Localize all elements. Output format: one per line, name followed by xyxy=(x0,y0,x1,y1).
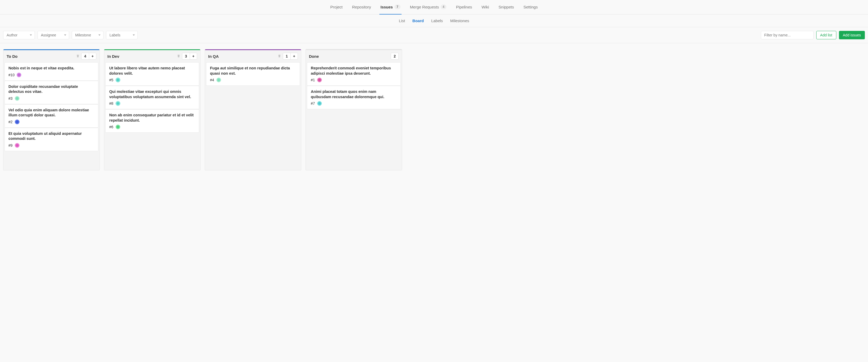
issue-card[interactable]: Vel odio quia enim aliquam dolore molest… xyxy=(4,104,98,128)
nav-item-label: Snippets xyxy=(499,5,514,9)
issue-id: #5 xyxy=(109,78,114,82)
labels-dropdown[interactable]: Labels xyxy=(106,31,138,39)
nav-item-pipelines[interactable]: Pipelines xyxy=(455,0,473,14)
issue-meta: #2 xyxy=(8,120,94,124)
nav-item-wiki[interactable]: Wiki xyxy=(480,0,490,14)
issue-meta: #5 xyxy=(109,78,195,82)
nav-item-label: Merge Requests xyxy=(410,5,439,9)
list-cards: Nobis est in neque et vitae expedita.#10… xyxy=(3,62,99,153)
list-cards: Reprehenderit commodi eveniet temporibus… xyxy=(306,62,402,111)
issue-title: Fuga aut similique et non repudiandae di… xyxy=(210,66,296,76)
nav-item-label: Issues xyxy=(380,5,393,9)
search-input[interactable] xyxy=(761,31,814,39)
list-cards: Ut labore libero vitae autem nemo placea… xyxy=(104,62,200,135)
author-dropdown[interactable]: Author xyxy=(3,31,35,39)
issue-title: Ut labore libero vitae autem nemo placea… xyxy=(109,66,195,76)
board-list: In QA1+Fuga aut similique et non repudia… xyxy=(205,49,301,171)
nav-secondary: ListBoardLabelsMilestones xyxy=(0,14,868,27)
nav-item-badge: 7 xyxy=(395,4,401,9)
issue-id: #4 xyxy=(210,78,214,82)
nav-item-snippets[interactable]: Snippets xyxy=(498,0,515,14)
assignee-avatar xyxy=(216,78,221,82)
subnav-item-milestones[interactable]: Milestones xyxy=(451,19,469,23)
list-header: In Dev3+ xyxy=(104,50,200,62)
nav-item-badge: 4 xyxy=(441,4,447,9)
assignee-avatar xyxy=(317,101,322,106)
nav-primary: ProjectRepositoryIssues7Merge Requests4P… xyxy=(0,0,868,14)
board-list: In Dev3+Ut labore libero vitae autem nem… xyxy=(104,49,200,171)
nav-item-project[interactable]: Project xyxy=(329,0,344,14)
issue-title: Et quia voluptatum ut aliquid aspernatur… xyxy=(8,131,94,142)
assignee-avatar xyxy=(15,96,20,101)
subnav-item-list[interactable]: List xyxy=(399,19,405,23)
issue-meta: #7 xyxy=(311,101,397,106)
nav-item-label: Settings xyxy=(523,5,538,9)
board-list: Done2Reprehenderit commodi eveniet tempo… xyxy=(306,49,402,171)
issue-title: Reprehenderit commodi eveniet temporibus… xyxy=(311,66,397,76)
assignee-avatar xyxy=(116,78,120,82)
nav-item-label: Project xyxy=(330,5,343,9)
list-title: In Dev xyxy=(107,54,177,59)
issue-card[interactable]: Non ab enim consequatur pariatur et id e… xyxy=(105,109,199,133)
trash-icon[interactable] xyxy=(76,54,80,59)
issue-meta: #6 xyxy=(109,124,195,129)
list-header: To Do4+ xyxy=(3,50,99,62)
list-title: In QA xyxy=(208,54,278,59)
issue-id: #2 xyxy=(8,120,13,124)
list-count-box: 4+ xyxy=(81,53,96,60)
issue-card[interactable]: Qui molestiae vitae excepturi qui omnis … xyxy=(105,86,199,109)
issue-id: #6 xyxy=(109,125,114,129)
issue-card[interactable]: Ut labore libero vitae autem nemo placea… xyxy=(105,62,199,86)
issue-id: #9 xyxy=(8,143,13,148)
issue-meta: #4 xyxy=(210,78,296,82)
subnav-item-labels[interactable]: Labels xyxy=(431,19,443,23)
assignee-avatar xyxy=(15,120,20,124)
issue-card[interactable]: Fuga aut similique et non repudiandae di… xyxy=(206,62,300,86)
issue-title: Dolor cupiditate recusandae voluptate de… xyxy=(8,84,94,94)
issue-card[interactable]: Animi placeat totam quos enim nam quibus… xyxy=(307,86,401,109)
list-count: 1 xyxy=(283,53,290,59)
add-card-button[interactable]: + xyxy=(190,53,197,59)
issue-card[interactable]: Et quia voluptatum ut aliquid aspernatur… xyxy=(4,128,98,151)
nav-item-settings[interactable]: Settings xyxy=(522,0,539,14)
nav-item-label: Repository xyxy=(352,5,371,9)
board-list: To Do4+Nobis est in neque et vitae exped… xyxy=(3,49,100,171)
list-count-box: 1+ xyxy=(283,53,298,60)
list-header: Done2 xyxy=(306,50,402,62)
list-count: 3 xyxy=(182,53,190,59)
trash-icon[interactable] xyxy=(278,54,281,59)
nav-item-label: Pipelines xyxy=(456,5,472,9)
list-count: 4 xyxy=(82,53,89,59)
nav-item-merge-requests[interactable]: Merge Requests4 xyxy=(409,0,448,14)
issue-meta: #3 xyxy=(8,96,94,101)
issue-meta: #8 xyxy=(109,101,195,106)
milestone-dropdown[interactable]: Milestone xyxy=(72,31,103,39)
board: To Do4+Nobis est in neque et vitae exped… xyxy=(0,43,868,176)
add-list-button[interactable]: Add list xyxy=(816,31,836,39)
issue-id: #8 xyxy=(109,101,114,105)
list-title: Done xyxy=(309,54,391,59)
issue-title: Animi placeat totam quos enim nam quibus… xyxy=(311,89,397,99)
add-card-button[interactable]: + xyxy=(89,53,96,59)
issue-card[interactable]: Nobis est in neque et vitae expedita.#10 xyxy=(4,62,98,81)
nav-item-label: Wiki xyxy=(482,5,489,9)
trash-icon[interactable] xyxy=(177,54,181,59)
issue-card[interactable]: Dolor cupiditate recusandae voluptate de… xyxy=(4,81,98,104)
list-cards: Fuga aut similique et non repudiandae di… xyxy=(205,62,301,88)
filter-bar: Author Assignee Milestone Labels Add lis… xyxy=(0,27,868,43)
nav-item-issues[interactable]: Issues7 xyxy=(379,0,401,14)
add-card-button[interactable]: + xyxy=(290,53,298,59)
subnav-item-board[interactable]: Board xyxy=(412,19,424,23)
nav-item-repository[interactable]: Repository xyxy=(351,0,372,14)
add-issues-button[interactable]: Add issues xyxy=(839,31,865,39)
issue-title: Qui molestiae vitae excepturi qui omnis … xyxy=(109,89,195,99)
assignee-avatar xyxy=(116,124,120,129)
issue-id: #1 xyxy=(311,78,315,82)
assignee-avatar xyxy=(116,101,120,106)
issue-id: #10 xyxy=(8,73,14,77)
list-header: In QA1+ xyxy=(205,50,301,62)
issue-id: #7 xyxy=(311,101,315,105)
issue-card[interactable]: Reprehenderit commodi eveniet temporibus… xyxy=(307,62,401,86)
assignee-dropdown[interactable]: Assignee xyxy=(37,31,69,39)
list-count-box: 3+ xyxy=(182,53,197,60)
